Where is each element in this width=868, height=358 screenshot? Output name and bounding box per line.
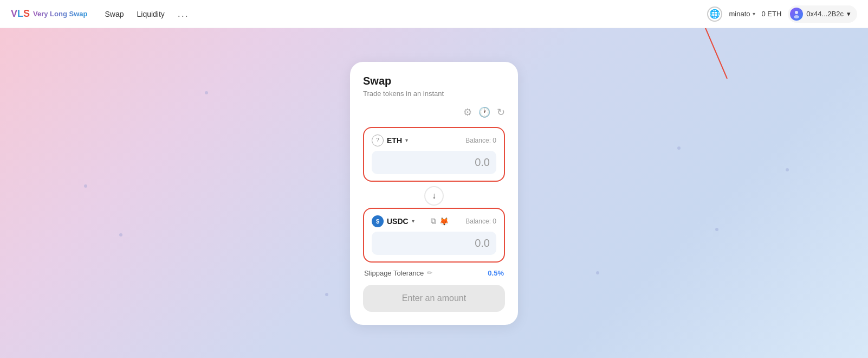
swap-direction: ↓ bbox=[363, 186, 505, 206]
nav-more[interactable]: ... bbox=[178, 8, 189, 20]
slippage-value: 0.5% bbox=[488, 269, 504, 277]
wallet-chevron-icon: ▾ bbox=[847, 10, 851, 18]
logo-name: Very Long Swap bbox=[33, 10, 87, 18]
svg-point-3 bbox=[794, 15, 799, 18]
wallet-avatar bbox=[790, 8, 803, 21]
wallet-address-text: 0x44...2B2c bbox=[806, 10, 844, 18]
eth-balance: 0 ETH bbox=[762, 10, 782, 18]
to-token-amount: 0.0 bbox=[372, 232, 496, 255]
logo-s: S bbox=[23, 8, 30, 19]
enter-amount-button[interactable]: Enter an amount bbox=[363, 285, 505, 312]
nav: Swap Liquidity ... bbox=[105, 8, 189, 20]
to-token-box: $ USDC ▾ ⧉ 🦊 Balance: 0 0.0 bbox=[363, 208, 505, 263]
to-token-balance: Balance: 0 bbox=[465, 218, 496, 225]
logo-v: V bbox=[11, 8, 17, 19]
nav-liquidity[interactable]: Liquidity bbox=[137, 10, 164, 18]
usdc-icon: $ bbox=[372, 215, 384, 227]
from-token-box: ? ETH ▾ Balance: 0 0.0 bbox=[363, 127, 505, 182]
logo-vls: VLS bbox=[11, 8, 30, 20]
from-token-amount[interactable]: 0.0 bbox=[372, 151, 496, 174]
from-token-balance-value: 0 bbox=[493, 137, 496, 144]
swap-card-subtitle: Trade tokens in an instant bbox=[363, 90, 505, 98]
globe-icon[interactable]: 🌐 bbox=[707, 7, 722, 22]
wallet-address-badge[interactable]: 0x44...2B2c ▾ bbox=[788, 5, 857, 23]
swap-direction-button[interactable]: ↓ bbox=[424, 186, 444, 206]
slippage-label-text: Slippage Tolerance bbox=[364, 269, 424, 277]
to-token-chevron-icon: ▾ bbox=[412, 218, 414, 224]
logo-l: L bbox=[17, 8, 23, 19]
nav-swap[interactable]: Swap bbox=[105, 10, 124, 18]
to-token-selector[interactable]: $ USDC ▾ bbox=[372, 215, 414, 227]
network-selector[interactable]: minato ▾ bbox=[729, 10, 755, 18]
header: VLS Very Long Swap Swap Liquidity ... 🌐 … bbox=[0, 0, 868, 28]
slippage-edit-icon[interactable]: ✏ bbox=[427, 269, 432, 277]
settings-icon[interactable]: ⚙ bbox=[463, 106, 472, 118]
from-token-row: ? ETH ▾ Balance: 0 bbox=[372, 135, 496, 146]
from-token-selector[interactable]: ? ETH ▾ bbox=[372, 135, 408, 146]
swap-card-title: Swap bbox=[363, 75, 505, 87]
from-token-help-icon: ? bbox=[372, 135, 384, 146]
from-token-symbol: ETH bbox=[387, 136, 402, 145]
to-token-balance-value: 0 bbox=[493, 218, 496, 225]
network-label: minato bbox=[729, 10, 750, 18]
main-content: Swap Trade tokens in an instant ⚙ 🕐 ↻ ? … bbox=[0, 28, 868, 358]
copy-address-icon[interactable]: ⧉ bbox=[431, 216, 436, 226]
to-token-row: $ USDC ▾ ⧉ 🦊 Balance: 0 bbox=[372, 215, 496, 227]
history-icon[interactable]: 🕐 bbox=[478, 106, 490, 118]
to-token-actions: ⧉ 🦊 bbox=[431, 216, 449, 226]
swap-toolbar: ⚙ 🕐 ↻ bbox=[363, 106, 505, 118]
svg-point-2 bbox=[795, 11, 798, 14]
slippage-label-group: Slippage Tolerance ✏ bbox=[364, 269, 432, 277]
slippage-row: Slippage Tolerance ✏ 0.5% bbox=[363, 269, 505, 277]
from-token-balance: Balance: 0 bbox=[465, 137, 496, 144]
logo: VLS Very Long Swap bbox=[11, 8, 87, 20]
from-token-chevron-icon: ▾ bbox=[405, 137, 408, 143]
swap-card: Swap Trade tokens in an instant ⚙ 🕐 ↻ ? … bbox=[350, 62, 518, 325]
network-chevron-icon: ▾ bbox=[753, 11, 755, 17]
header-right: 🌐 minato ▾ 0 ETH 0x44...2B2c ▾ bbox=[707, 5, 857, 23]
metamask-fox-icon[interactable]: 🦊 bbox=[439, 217, 449, 226]
to-token-symbol: USDC bbox=[387, 217, 409, 226]
refresh-icon[interactable]: ↻ bbox=[497, 106, 505, 118]
